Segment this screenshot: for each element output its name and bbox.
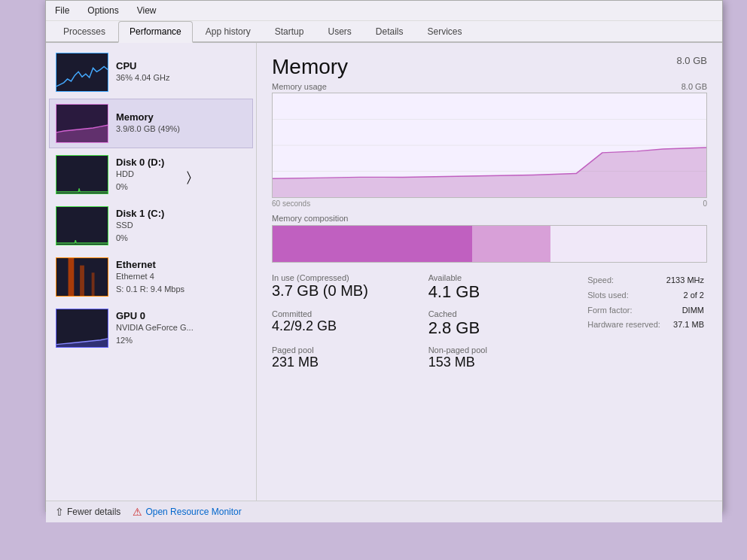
disk0-label: Disk 0 (D:) (116, 157, 246, 168)
form-value: DIMM (663, 303, 707, 318)
tab-details[interactable]: Details (364, 21, 415, 41)
memory-usage-graph (272, 93, 707, 198)
disk1-graph-thumbnail (56, 206, 108, 245)
in-use-value: 3.7 GB (0 MB) (272, 282, 416, 300)
menu-bar: File Options View (46, 1, 722, 21)
fewer-details-button[interactable]: ⇧ Fewer details (55, 506, 120, 518)
sidebar-item-cpu[interactable]: CPU 36% 4.04 GHz (49, 47, 253, 97)
disk0-graph-thumbnail (56, 155, 108, 194)
memory-label: Memory (116, 111, 246, 123)
open-monitor-group: ⚠ Open Resource Monitor (133, 506, 241, 518)
stat-committed: Committed 4.2/9.2 GB (272, 309, 416, 338)
form-label: Form factor: (584, 303, 663, 318)
menu-options[interactable]: Options (84, 4, 121, 17)
stat-nonpaged: Non-paged pool 153 MB (428, 345, 573, 370)
ethernet-info: Ethernet Ethernet 4 S: 0.1 R: 9.4 Mbps (116, 259, 246, 295)
main-panel: Memory 8.0 GB Memory usage 8.0 GB (257, 43, 722, 501)
nonpaged-value: 153 MB (428, 355, 573, 370)
task-manager-window: File Options View Processes Performance … (45, 0, 723, 512)
panel-title: Memory (272, 55, 348, 79)
stat-in-use: In use (Compressed) 3.7 GB (0 MB) (272, 273, 416, 302)
speed-value: 2133 MHz (663, 273, 707, 288)
right-stats-table: Speed: 2133 MHz Slots used: 2 of 2 Form … (584, 273, 707, 333)
tab-services[interactable]: Services (416, 21, 474, 41)
disk1-info: Disk 1 (C:) SSD 0% (116, 208, 246, 244)
open-resource-monitor-button[interactable]: Open Resource Monitor (145, 507, 241, 517)
tab-users[interactable]: Users (316, 21, 362, 41)
menu-file[interactable]: File (52, 4, 72, 17)
right-stats: Speed: 2133 MHz Slots used: 2 of 2 Form … (584, 273, 707, 370)
svg-marker-0 (56, 125, 108, 142)
panel-total: 8.0 GB (677, 55, 707, 66)
stat-cached: Cached 2.8 GB (428, 309, 573, 338)
nonpaged-label: Non-paged pool (428, 345, 573, 355)
sidebar-item-disk0[interactable]: Disk 0 (D:) HDD 0% (49, 150, 253, 199)
content-area: CPU 36% 4.04 GHz Memory 3.9/8.0 GB (49%) (46, 43, 722, 501)
sidebar: CPU 36% 4.04 GHz Memory 3.9/8.0 GB (49%) (46, 43, 257, 501)
memory-info: Memory 3.9/8.0 GB (49%) (116, 111, 246, 135)
composition-bar (272, 225, 707, 263)
menu-view[interactable]: View (134, 4, 160, 17)
chevron-up-icon: ⇧ (55, 506, 64, 518)
usage-label: Memory usage (272, 82, 327, 91)
paged-value: 231 MB (272, 355, 416, 370)
ethernet-speed: S: 0.1 R: 9.4 Mbps (116, 283, 246, 296)
memory-usage-section: Memory usage 8.0 GB 60 seconds (272, 82, 707, 208)
sidebar-item-disk1[interactable]: Disk 1 (C:) SSD 0% (49, 201, 253, 251)
slots-label: Slots used: (584, 288, 663, 303)
ethernet-name: Ethernet 4 (116, 270, 246, 283)
speed-label: Speed: (584, 273, 663, 288)
comp-in-use (273, 226, 472, 262)
hw-reserved-value: 37.1 MB (663, 318, 707, 333)
cpu-info: CPU 36% 4.04 GHz (116, 60, 246, 84)
monitor-icon: ⚠ (133, 506, 142, 518)
paged-label: Paged pool (272, 345, 416, 355)
time-label: 60 seconds (272, 199, 310, 208)
ethernet-label: Ethernet (116, 259, 246, 270)
memory-graph-thumbnail (56, 104, 108, 143)
disk1-usage: 0% (116, 232, 246, 245)
available-value: 4.1 GB (428, 282, 573, 302)
svg-marker-8 (273, 148, 706, 197)
committed-label: Committed (272, 309, 416, 318)
gpu-graph-thumbnail (56, 309, 108, 348)
sidebar-item-ethernet[interactable]: Ethernet Ethernet 4 S: 0.1 R: 9.4 Mbps (49, 252, 253, 302)
cpu-label: CPU (116, 60, 246, 72)
tab-startup[interactable]: Startup (264, 21, 316, 41)
tab-performance[interactable]: Performance (118, 21, 193, 43)
min-label: 0 (703, 199, 707, 208)
disk0-usage: 0% (116, 181, 246, 193)
gpu-usage: 12% (116, 334, 246, 347)
max-label: 8.0 GB (681, 82, 707, 91)
disk1-label: Disk 1 (C:) (116, 208, 246, 219)
sidebar-item-gpu[interactable]: GPU 0 NVIDIA GeForce G... 12% (49, 303, 253, 353)
gpu-label: GPU 0 (116, 310, 246, 321)
gpu-name: NVIDIA GeForce G... (116, 321, 246, 334)
tab-processes[interactable]: Processes (52, 21, 117, 41)
graph-label-row: Memory usage 8.0 GB (272, 82, 707, 91)
cpu-graph-thumbnail (56, 53, 108, 92)
disk0-type: HDD (116, 168, 246, 181)
sidebar-item-memory[interactable]: Memory 3.9/8.0 GB (49%) (49, 99, 253, 148)
bottom-bar: ⇧ Fewer details ⚠ Open Resource Monitor (46, 501, 722, 522)
disk0-info: Disk 0 (D:) HDD 0% (116, 157, 246, 193)
ethernet-graph-thumbnail (56, 257, 108, 297)
memory-composition-section: Memory composition (272, 214, 707, 263)
tab-app-history[interactable]: App history (194, 21, 262, 41)
available-label: Available (428, 273, 573, 282)
cached-value: 2.8 GB (428, 318, 573, 338)
composition-label: Memory composition (272, 214, 707, 223)
fewer-details-label: Fewer details (67, 507, 120, 517)
cached-label: Cached (428, 309, 573, 318)
left-stats: In use (Compressed) 3.7 GB (0 MB) Availa… (272, 273, 572, 370)
graph-time-row: 60 seconds 0 (272, 199, 707, 208)
memory-detail: 3.9/8.0 GB (49%) (116, 123, 246, 135)
slots-value: 2 of 2 (663, 288, 707, 303)
stats-area: In use (Compressed) 3.7 GB (0 MB) Availa… (272, 273, 707, 370)
comp-standby (472, 226, 550, 262)
gpu-info: GPU 0 NVIDIA GeForce G... 12% (116, 310, 246, 346)
panel-header: Memory 8.0 GB (272, 55, 707, 79)
in-use-label: In use (Compressed) (272, 273, 416, 282)
committed-value: 4.2/9.2 GB (272, 318, 416, 334)
stat-available: Available 4.1 GB (428, 273, 573, 302)
